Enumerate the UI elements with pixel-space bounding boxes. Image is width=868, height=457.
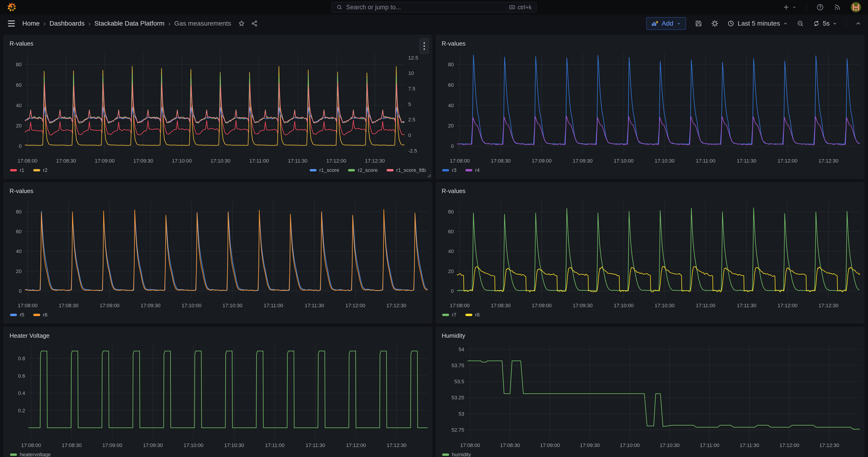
y-axis-tick-label: 40 (448, 102, 454, 109)
x-axis-tick-label: 17:11:30 (740, 443, 759, 448)
y-axis-tick-label: 0 (451, 143, 454, 149)
series-line-humidity (467, 361, 860, 429)
panel-chart[interactable]: 02040608017:08:0017:08:3017:09:0017:09:3… (436, 197, 864, 311)
legend-item-r1[interactable]: r1 (10, 167, 24, 173)
panel-chart[interactable]: 0.20.40.60.817:08:0017:08:3017:09:0017:0… (4, 342, 432, 451)
legend-item-r3[interactable]: r3 (442, 167, 457, 173)
legend-item-r7[interactable]: r7 (442, 312, 457, 318)
legend-item-r2[interactable]: r2 (33, 167, 48, 173)
global-search-box[interactable]: ctrl+k (332, 2, 536, 12)
panel-title: Humidity (442, 332, 465, 339)
plus-icon (783, 4, 790, 11)
panel-title: R-values (9, 40, 33, 47)
panel-chart[interactable]: 02040608017:08:0017:08:3017:09:0017:09:3… (436, 50, 864, 166)
x-axis-tick-label: 17:12:30 (386, 303, 406, 308)
panel-r-values-3: R-values 02040608017:08:0017:08:3017:09:… (4, 182, 432, 323)
series-line-r6 (24, 209, 428, 291)
news-rss-icon[interactable] (834, 3, 841, 11)
legend-item-r1_score_lttb[interactable]: r1_score_lttb (386, 167, 426, 173)
grafana-logo-icon[interactable] (7, 2, 17, 12)
panel-title-bar[interactable]: Heater Voltage (4, 327, 432, 342)
panel-chart[interactable]: 02040608017:08:0017:08:3017:09:0017:09:3… (4, 197, 432, 311)
legend-item-r4[interactable]: r4 (465, 167, 480, 173)
x-axis-tick-label: 17:09:00 (540, 443, 560, 448)
right-y-axis-tick-label: 5 (408, 101, 411, 107)
panel-title-bar[interactable]: R-values (436, 183, 864, 197)
x-axis-tick-label: 17:09:00 (99, 303, 120, 308)
y-axis-tick-label: 60 (16, 228, 22, 235)
breadcrumb-dashboards[interactable]: Dashboards (50, 20, 85, 27)
chart-svg: 02040608017:08:0017:08:3017:09:0017:09:3… (436, 197, 864, 311)
x-axis-tick-label: 17:11:30 (288, 158, 308, 164)
settings-gear-icon[interactable] (711, 20, 718, 27)
series-line-r5 (25, 211, 428, 291)
legend-swatch (442, 314, 449, 316)
search-input[interactable] (346, 4, 505, 11)
favorite-star-icon[interactable] (238, 20, 245, 27)
x-axis-tick-label: 17:12:00 (778, 303, 798, 308)
x-axis-tick-label: 17:09:00 (102, 443, 122, 448)
y-axis-tick-label: 20 (448, 268, 454, 274)
time-range-picker[interactable]: Last 5 minutes (727, 20, 788, 27)
x-axis-tick-label: 17:08:30 (62, 443, 82, 448)
save-dashboard-icon[interactable] (695, 20, 702, 27)
collapse-toolbar-icon[interactable] (855, 20, 862, 27)
user-avatar[interactable] (851, 2, 861, 12)
dashboard-grid: R-values 020406080-2.502.557.51012.517:0… (0, 33, 868, 457)
y-axis-tick-label: 80 (16, 209, 22, 215)
panel-title-bar[interactable]: R-values (4, 35, 432, 50)
legend-label: r8 (475, 312, 480, 318)
legend-swatch (310, 169, 317, 172)
nav-divider (806, 3, 807, 12)
x-axis-tick-label: 17:08:00 (18, 303, 38, 308)
legend-item-r6[interactable]: r6 (33, 312, 48, 318)
breadcrumb-separator: › (88, 20, 91, 27)
x-axis-tick-label: 17:10:00 (614, 158, 634, 164)
search-icon (336, 4, 342, 10)
breadcrumb-folder[interactable]: Stackable Data Platform (94, 20, 164, 27)
panel-title-bar[interactable]: R-values (4, 183, 432, 197)
legend-swatch (33, 314, 40, 316)
breadcrumb-home[interactable]: Home (22, 20, 40, 27)
panel-title-bar[interactable]: R-values (436, 35, 864, 50)
legend-item-r5[interactable]: r5 (10, 312, 24, 318)
add-panel-button[interactable]: Add (647, 17, 686, 30)
series-line-heatervoltage (28, 351, 428, 428)
x-axis-tick-label: 17:08:30 (491, 158, 511, 164)
right-y-axis-tick-label: 0 (408, 132, 411, 138)
legend-label: r2_score (358, 167, 378, 173)
y-axis-tick-label: 0.8 (18, 356, 25, 361)
legend-label: r3 (452, 167, 457, 173)
zoom-out-icon[interactable] (797, 20, 804, 27)
help-icon[interactable] (816, 3, 824, 11)
panel-chart[interactable]: 020406080-2.502.557.51012.517:08:0017:08… (4, 50, 432, 166)
y-axis-tick-label: 20 (16, 123, 22, 129)
refresh-picker[interactable]: 5s (813, 20, 837, 27)
legend-item-r2_score[interactable]: r2_score (348, 167, 378, 173)
panel-chart[interactable]: 52.755353.2553.553.755417:08:0017:08:301… (436, 342, 864, 451)
panel-resize-handle[interactable] (427, 174, 431, 177)
panel-menu-icon[interactable] (420, 38, 429, 54)
x-axis-tick-label: 17:12:30 (386, 443, 407, 448)
share-icon[interactable] (251, 20, 258, 27)
series-line-r1_score (24, 107, 404, 122)
panel-title: R-values (442, 40, 466, 47)
panel-heater-voltage: Heater Voltage 0.20.40.60.817:08:0017:08… (4, 327, 432, 457)
x-axis-tick-label: 17:12:00 (345, 303, 365, 308)
legend-item-r1_score[interactable]: r1_score (310, 167, 339, 173)
x-axis-tick-label: 17:11:30 (306, 443, 325, 448)
legend-item-r8[interactable]: r8 (465, 312, 480, 318)
x-axis-tick-label: 17:12:30 (365, 158, 385, 164)
x-axis-tick-label: 17:08:00 (18, 158, 37, 164)
mega-menu-toggle[interactable] (6, 19, 16, 28)
chart-svg: 52.755353.2553.553.755417:08:0017:08:301… (436, 342, 864, 451)
legend-label: heatervoltage (20, 452, 51, 457)
right-y-axis-tick-label: 2.5 (408, 117, 415, 123)
new-menu-button[interactable] (783, 4, 797, 11)
legend-label: humidity (452, 452, 471, 457)
y-axis-tick-label: 54 (459, 346, 464, 352)
legend-item-heatervoltage[interactable]: heatervoltage (10, 452, 51, 457)
legend-item-humidity[interactable]: humidity (442, 452, 471, 457)
legend-label: r1_score (319, 167, 339, 173)
panel-title-bar[interactable]: Humidity (436, 327, 864, 342)
